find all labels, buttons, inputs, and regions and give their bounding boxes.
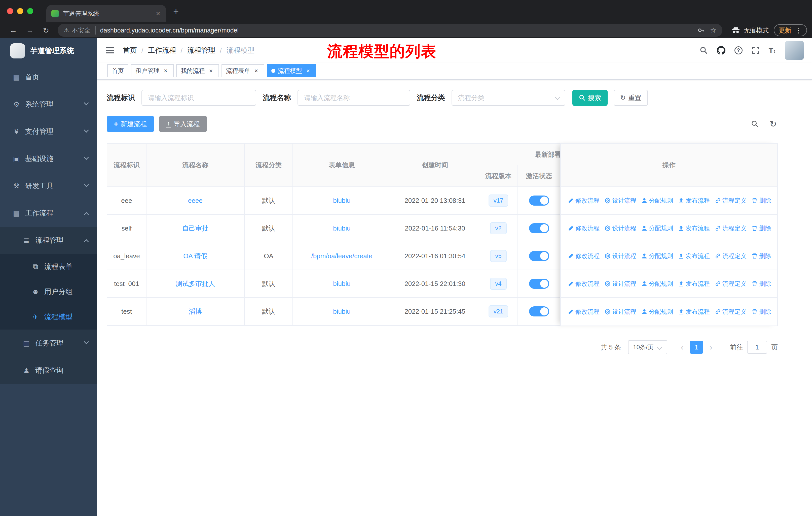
prev-page-button[interactable]: ‹ [676, 343, 688, 352]
tag-home[interactable]: 首页 [107, 64, 128, 77]
create-model-button[interactable]: + 新建流程 [107, 116, 154, 132]
tag-my-process[interactable]: 我的流程 × [176, 64, 219, 77]
status-toggle[interactable] [529, 306, 549, 317]
action-delete-model[interactable]: 删除 [752, 308, 771, 316]
omnibox[interactable]: ⚠ 不安全 dashboard.yudao.iocoder.cn/bpm/man… [58, 24, 722, 37]
action-delete-model[interactable]: 删除 [752, 224, 771, 232]
bookmark-star-icon[interactable]: ☆ [710, 26, 716, 34]
refresh-button[interactable]: ↻ [770, 119, 777, 129]
action-edit-model[interactable]: 修改流程 [568, 224, 600, 232]
action-design-model[interactable]: 设计流程 [605, 308, 636, 316]
minimize-window-button[interactable] [17, 8, 23, 14]
action-publish-model[interactable]: 发布流程 [678, 224, 710, 232]
action-process-definition[interactable]: 流程定义 [715, 196, 747, 205]
action-assign-rule[interactable]: 分配规则 [641, 280, 673, 288]
action-delete-model[interactable]: 删除 [752, 280, 771, 288]
tag-close-icon[interactable]: × [304, 67, 312, 74]
model-name-link[interactable]: eeee [188, 197, 203, 205]
sidebar-item-user-group[interactable]: ☻ 用户分组 [0, 279, 97, 304]
model-name-link[interactable]: 自己审批 [182, 224, 208, 233]
form-info-link[interactable]: biubiu [333, 308, 350, 316]
action-edit-model[interactable]: 修改流程 [568, 308, 600, 316]
tag-tenant-management[interactable]: 租户管理 × [131, 64, 174, 77]
forward-button[interactable]: → [22, 26, 38, 34]
help-icon-button[interactable]: ? [734, 46, 743, 54]
back-button[interactable]: ← [5, 26, 22, 34]
tag-close-icon[interactable]: × [162, 67, 169, 74]
action-design-model[interactable]: 设计流程 [605, 280, 636, 288]
new-tab-button[interactable]: + [173, 6, 179, 17]
status-toggle[interactable] [529, 195, 549, 206]
sidebar-item-system[interactable]: ⚙ 系统管理 [0, 91, 97, 118]
search-button[interactable]: 搜索 [572, 90, 608, 106]
sidebar-item-payment[interactable]: ¥ 支付管理 [0, 118, 97, 145]
key-icon[interactable] [697, 26, 705, 34]
github-icon-button[interactable] [717, 46, 725, 55]
model-name-link[interactable]: 测试多审批人 [176, 279, 215, 288]
sidebar-item-infrastructure[interactable]: ▣ 基础设施 [0, 145, 97, 172]
form-info-link[interactable]: biubiu [333, 280, 350, 288]
tag-close-icon[interactable]: × [253, 67, 260, 74]
sidebar-item-workflow[interactable]: ▤ 工作流程 [0, 199, 97, 227]
status-toggle[interactable] [529, 223, 549, 233]
next-page-button[interactable]: › [705, 343, 717, 352]
toggle-search-button[interactable] [751, 120, 759, 128]
model-id-input[interactable] [141, 90, 256, 106]
action-process-definition[interactable]: 流程定义 [715, 252, 747, 260]
font-size-icon-button[interactable]: T↕ [769, 46, 776, 55]
sidebar-item-home[interactable]: ▦ 首页 [0, 63, 97, 91]
action-edit-model[interactable]: 修改流程 [568, 252, 600, 260]
category-select[interactable]: 流程分类 [452, 90, 565, 106]
model-name-link[interactable]: 滔博 [189, 307, 202, 316]
action-publish-model[interactable]: 发布流程 [678, 252, 710, 260]
sidebar-item-process-form[interactable]: ⧉ 流程表单 [0, 254, 97, 279]
reload-button[interactable]: ↻ [38, 26, 54, 35]
sidebar-item-task-management[interactable]: ▥ 任务管理 [0, 330, 97, 357]
tag-close-icon[interactable]: × [207, 67, 214, 74]
breadcrumb-item-process-management[interactable]: 流程管理 [187, 46, 222, 55]
tab-close-icon[interactable]: × [155, 9, 161, 18]
zoom-window-button[interactable] [27, 8, 33, 14]
action-design-model[interactable]: 设计流程 [605, 196, 636, 205]
action-process-definition[interactable]: 流程定义 [715, 224, 747, 232]
search-icon-button[interactable] [700, 46, 708, 54]
model-name-link[interactable]: OA 请假 [183, 252, 207, 261]
tag-process-model[interactable]: 流程模型 × [267, 64, 316, 77]
page-number-1[interactable]: 1 [690, 341, 703, 354]
user-avatar[interactable] [785, 41, 804, 60]
reset-button[interactable]: ↻ 重置 [614, 90, 648, 106]
action-delete-model[interactable]: 删除 [752, 252, 771, 260]
fullscreen-icon-button[interactable] [752, 46, 760, 54]
action-design-model[interactable]: 设计流程 [605, 252, 636, 260]
action-edit-model[interactable]: 修改流程 [568, 196, 600, 205]
action-assign-rule[interactable]: 分配规则 [641, 196, 673, 205]
action-design-model[interactable]: 设计流程 [605, 224, 636, 232]
action-delete-model[interactable]: 删除 [752, 196, 771, 205]
action-publish-model[interactable]: 发布流程 [678, 280, 710, 288]
sidebar-item-process-management[interactable]: ≣ 流程管理 [0, 227, 97, 254]
form-info-link[interactable]: biubiu [333, 197, 350, 205]
status-toggle[interactable] [529, 251, 549, 261]
model-name-input[interactable] [297, 90, 410, 106]
action-process-definition[interactable]: 流程定义 [715, 308, 747, 316]
sidebar-item-leave-query[interactable]: ♟ 请假查询 [0, 357, 97, 384]
menu-dots-icon[interactable]: ⋮ [795, 26, 802, 34]
action-publish-model[interactable]: 发布流程 [678, 196, 710, 205]
action-assign-rule[interactable]: 分配规则 [641, 308, 673, 316]
browser-tab[interactable]: 芋道管理系统 × [46, 5, 166, 22]
hamburger-button[interactable] [97, 47, 123, 53]
tag-process-form[interactable]: 流程表单 × [222, 64, 264, 77]
page-size-select[interactable]: 10条/页 [628, 340, 667, 354]
sidebar-item-devtools[interactable]: ⚒ 研发工具 [0, 172, 97, 199]
action-process-definition[interactable]: 流程定义 [715, 280, 747, 288]
status-toggle[interactable] [529, 279, 549, 289]
breadcrumb-item-home[interactable]: 首页 [123, 46, 143, 55]
action-edit-model[interactable]: 修改流程 [568, 280, 600, 288]
close-window-button[interactable] [7, 8, 13, 14]
import-model-button[interactable]: ↑ 导入流程 [159, 116, 207, 132]
goto-page-input[interactable] [747, 341, 767, 354]
action-assign-rule[interactable]: 分配规则 [641, 252, 673, 260]
update-chip[interactable]: 更新 ⋮ [774, 24, 807, 36]
action-publish-model[interactable]: 发布流程 [678, 308, 710, 316]
form-info-link[interactable]: biubiu [333, 224, 350, 232]
